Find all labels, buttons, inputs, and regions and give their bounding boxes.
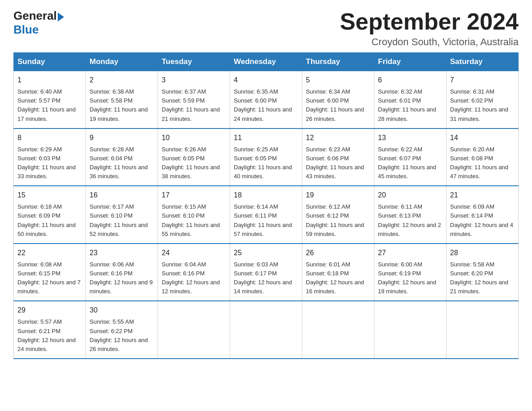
calendar-cell: 10 Sunrise: 6:26 AMSunset: 6:05 PMDaylig… <box>158 128 230 186</box>
day-number: 30 <box>90 305 154 316</box>
calendar-cell: 11 Sunrise: 6:25 AMSunset: 6:05 PMDaylig… <box>230 128 302 186</box>
calendar-cell: 3 Sunrise: 6:37 AMSunset: 5:59 PMDayligh… <box>158 71 230 128</box>
header-thursday: Thursday <box>302 53 374 71</box>
calendar-cell <box>374 301 446 359</box>
day-number: 2 <box>90 75 154 86</box>
calendar-cell <box>302 301 374 359</box>
day-info: Sunrise: 6:32 AMSunset: 6:01 PMDaylight:… <box>378 88 436 122</box>
day-number: 13 <box>378 133 442 143</box>
day-info: Sunrise: 6:15 AMSunset: 6:10 PMDaylight:… <box>162 203 220 237</box>
calendar-cell: 16 Sunrise: 6:17 AMSunset: 6:10 PMDaylig… <box>86 186 158 244</box>
day-number: 7 <box>450 75 515 86</box>
day-info: Sunrise: 6:25 AMSunset: 6:05 PMDaylight:… <box>234 146 292 180</box>
calendar-cell: 23 Sunrise: 6:06 AMSunset: 6:16 PMDaylig… <box>86 244 158 301</box>
day-number: 1 <box>17 75 82 86</box>
day-info: Sunrise: 6:11 AMSunset: 6:13 PMDaylight:… <box>378 203 441 237</box>
logo-general: General <box>13 9 57 22</box>
calendar-cell: 19 Sunrise: 6:12 AMSunset: 6:12 PMDaylig… <box>302 186 374 244</box>
day-number: 29 <box>17 305 82 316</box>
calendar-cell <box>446 301 519 359</box>
calendar-header: Sunday Monday Tuesday Wednesday Thursday… <box>14 53 519 71</box>
day-info: Sunrise: 6:37 AMSunset: 5:59 PMDaylight:… <box>162 88 220 122</box>
day-info: Sunrise: 6:29 AMSunset: 6:03 PMDaylight:… <box>17 146 76 180</box>
calendar-cell: 25 Sunrise: 6:03 AMSunset: 6:17 PMDaylig… <box>230 244 302 301</box>
calendar-cell: 30 Sunrise: 5:55 AMSunset: 6:22 PMDaylig… <box>86 301 158 359</box>
calendar-cell: 17 Sunrise: 6:15 AMSunset: 6:10 PMDaylig… <box>158 186 230 244</box>
calendar-cell: 13 Sunrise: 6:22 AMSunset: 6:07 PMDaylig… <box>374 128 446 186</box>
day-number: 24 <box>162 248 226 258</box>
calendar-cell: 4 Sunrise: 6:35 AMSunset: 6:00 PMDayligh… <box>230 71 302 128</box>
month-title: September 2024 <box>340 9 519 34</box>
calendar-cell: 18 Sunrise: 6:14 AMSunset: 6:11 PMDaylig… <box>230 186 302 244</box>
header-saturday: Saturday <box>446 53 519 71</box>
day-number: 9 <box>90 133 154 143</box>
header-friday: Friday <box>374 53 446 71</box>
calendar-cell: 15 Sunrise: 6:18 AMSunset: 6:09 PMDaylig… <box>14 186 86 244</box>
day-info: Sunrise: 6:20 AMSunset: 6:08 PMDaylight:… <box>450 146 508 180</box>
day-info: Sunrise: 6:35 AMSunset: 6:00 PMDaylight:… <box>234 88 292 122</box>
calendar-cell: 1 Sunrise: 6:40 AMSunset: 5:57 PMDayligh… <box>14 71 86 128</box>
calendar-cell: 20 Sunrise: 6:11 AMSunset: 6:13 PMDaylig… <box>374 186 446 244</box>
calendar-cell: 12 Sunrise: 6:23 AMSunset: 6:06 PMDaylig… <box>302 128 374 186</box>
day-number: 14 <box>450 133 515 143</box>
logo: General Blue <box>13 9 64 37</box>
calendar-cell: 5 Sunrise: 6:34 AMSunset: 6:00 PMDayligh… <box>302 71 374 128</box>
day-number: 3 <box>162 75 226 86</box>
page-header: General Blue September 2024 Croydon Sout… <box>13 9 519 48</box>
day-number: 26 <box>306 248 370 258</box>
day-info: Sunrise: 6:28 AMSunset: 6:04 PMDaylight:… <box>90 146 148 180</box>
calendar-cell: 27 Sunrise: 6:00 AMSunset: 6:19 PMDaylig… <box>374 244 446 301</box>
calendar-cell: 24 Sunrise: 6:04 AMSunset: 6:16 PMDaylig… <box>158 244 230 301</box>
day-info: Sunrise: 5:57 AMSunset: 6:21 PMDaylight:… <box>17 318 76 352</box>
day-number: 28 <box>450 248 515 258</box>
calendar-cell: 6 Sunrise: 6:32 AMSunset: 6:01 PMDayligh… <box>374 71 446 128</box>
calendar-week-row: 8 Sunrise: 6:29 AMSunset: 6:03 PMDayligh… <box>14 128 519 186</box>
day-number: 23 <box>90 248 154 258</box>
day-info: Sunrise: 6:09 AMSunset: 6:14 PMDaylight:… <box>450 203 513 237</box>
day-number: 22 <box>17 248 82 258</box>
day-info: Sunrise: 6:31 AMSunset: 6:02 PMDaylight:… <box>450 88 508 122</box>
calendar-week-row: 15 Sunrise: 6:18 AMSunset: 6:09 PMDaylig… <box>14 186 519 244</box>
weekday-header-row: Sunday Monday Tuesday Wednesday Thursday… <box>14 53 519 71</box>
day-info: Sunrise: 6:26 AMSunset: 6:05 PMDaylight:… <box>162 146 220 180</box>
calendar-cell: 21 Sunrise: 6:09 AMSunset: 6:14 PMDaylig… <box>446 186 519 244</box>
calendar-cell: 22 Sunrise: 6:08 AMSunset: 6:15 PMDaylig… <box>14 244 86 301</box>
day-number: 15 <box>17 190 82 201</box>
day-number: 25 <box>234 248 298 258</box>
day-info: Sunrise: 6:04 AMSunset: 6:16 PMDaylight:… <box>162 261 220 295</box>
day-number: 12 <box>306 133 370 143</box>
calendar-cell: 7 Sunrise: 6:31 AMSunset: 6:02 PMDayligh… <box>446 71 519 128</box>
calendar-cell: 29 Sunrise: 5:57 AMSunset: 6:21 PMDaylig… <box>14 301 86 359</box>
location-title: Croydon South, Victoria, Australia <box>340 36 519 48</box>
calendar-table: Sunday Monday Tuesday Wednesday Thursday… <box>13 52 519 359</box>
day-info: Sunrise: 6:00 AMSunset: 6:19 PMDaylight:… <box>378 261 436 295</box>
day-number: 27 <box>378 248 442 258</box>
logo-arrow-icon <box>58 13 64 21</box>
day-number: 8 <box>17 133 82 143</box>
day-info: Sunrise: 6:12 AMSunset: 6:12 PMDaylight:… <box>306 203 364 237</box>
day-info: Sunrise: 6:18 AMSunset: 6:09 PMDaylight:… <box>17 203 76 237</box>
calendar-cell: 9 Sunrise: 6:28 AMSunset: 6:04 PMDayligh… <box>86 128 158 186</box>
day-number: 18 <box>234 190 298 201</box>
day-number: 21 <box>450 190 515 201</box>
day-number: 4 <box>234 75 298 86</box>
day-number: 16 <box>90 190 154 201</box>
day-info: Sunrise: 6:40 AMSunset: 5:57 PMDaylight:… <box>17 88 76 122</box>
day-info: Sunrise: 5:58 AMSunset: 6:20 PMDaylight:… <box>450 261 508 295</box>
day-number: 11 <box>234 133 298 143</box>
header-wednesday: Wednesday <box>230 53 302 71</box>
day-number: 6 <box>378 75 442 86</box>
calendar-cell <box>230 301 302 359</box>
day-number: 5 <box>306 75 370 86</box>
calendar-cell: 14 Sunrise: 6:20 AMSunset: 6:08 PMDaylig… <box>446 128 519 186</box>
day-info: Sunrise: 6:23 AMSunset: 6:06 PMDaylight:… <box>306 146 364 180</box>
calendar-week-row: 22 Sunrise: 6:08 AMSunset: 6:15 PMDaylig… <box>14 244 519 301</box>
calendar-cell: 2 Sunrise: 6:38 AMSunset: 5:58 PMDayligh… <box>86 71 158 128</box>
day-info: Sunrise: 6:08 AMSunset: 6:15 PMDaylight:… <box>17 261 81 295</box>
day-info: Sunrise: 6:22 AMSunset: 6:07 PMDaylight:… <box>378 146 436 180</box>
day-info: Sunrise: 6:03 AMSunset: 6:17 PMDaylight:… <box>234 261 292 295</box>
day-number: 19 <box>306 190 370 201</box>
day-info: Sunrise: 6:34 AMSunset: 6:00 PMDaylight:… <box>306 88 364 122</box>
day-info: Sunrise: 5:55 AMSunset: 6:22 PMDaylight:… <box>90 318 148 352</box>
header-monday: Monday <box>86 53 158 71</box>
